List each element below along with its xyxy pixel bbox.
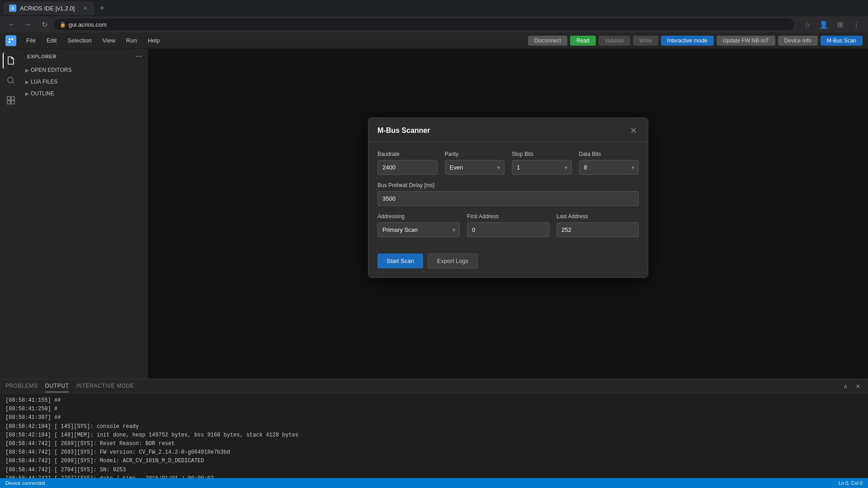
tab-problems[interactable]: PROBLEMS xyxy=(5,380,38,392)
main-content: Explorer ··· ▶ OPEN EDITORS ▶ LUA FILES … xyxy=(0,49,868,379)
status-left: Device connected xyxy=(5,480,45,486)
menu-run[interactable]: Run xyxy=(122,35,142,46)
outline-section[interactable]: ▶ OUTLINE xyxy=(22,89,148,99)
addressing-group: Addressing Primary Scan Secondary Scan xyxy=(377,213,460,237)
open-editors-section[interactable]: ▶ OPEN EDITORS xyxy=(22,65,148,75)
sidebar-icon-extensions[interactable] xyxy=(3,92,19,108)
modal-footer: Start Scan Export Logs xyxy=(368,253,648,277)
baudrate-input[interactable] xyxy=(377,160,438,175)
output-panel-content: [08:58:41:155] ## [08:58:41:250] # [08:5… xyxy=(0,394,868,478)
bus-preheat-group: Bus Preheat Delay [ms] xyxy=(377,182,639,206)
modal-close-button[interactable]: ✕ xyxy=(628,125,639,136)
interactive-mode-button[interactable]: Interactive mode xyxy=(661,36,714,46)
lua-files-section[interactable]: ▶ LUA FILES xyxy=(22,77,148,87)
read-button[interactable]: Read xyxy=(570,36,596,46)
menu-file[interactable]: File xyxy=(22,35,40,46)
explorer-panel: Explorer ··· ▶ OPEN EDITORS ▶ LUA FILES … xyxy=(22,49,148,379)
svg-point-1 xyxy=(8,77,13,83)
device-status: Device connected xyxy=(5,480,45,486)
new-tab-button[interactable]: + xyxy=(96,2,108,14)
bus-preheat-input[interactable] xyxy=(377,191,639,206)
menu-edit[interactable]: Edit xyxy=(42,35,61,46)
first-address-input[interactable] xyxy=(467,222,549,237)
back-button[interactable]: ← xyxy=(5,18,18,31)
svg-rect-3 xyxy=(11,97,14,100)
addressing-select-wrapper: Primary Scan Secondary Scan xyxy=(377,222,460,237)
modal-header: M-Bus Scanner ✕ xyxy=(368,118,648,142)
menu-button[interactable]: ⋮ xyxy=(850,18,863,31)
form-row-3: Addressing Primary Scan Secondary Scan F… xyxy=(377,213,639,237)
log-line: [08:58:41:155] ## xyxy=(5,396,863,405)
reload-button[interactable]: ↻ xyxy=(38,18,51,31)
write-button[interactable]: Write xyxy=(633,36,658,46)
profile-button[interactable]: 👤 xyxy=(817,18,830,31)
data-bits-select[interactable]: 8 7 xyxy=(579,160,639,175)
explorer-menu-button[interactable]: ··· xyxy=(136,52,142,61)
status-right: Ln 0, Col 0 xyxy=(839,480,863,486)
update-fw-button[interactable]: Update FW NB-IoT xyxy=(717,36,775,46)
tab-output[interactable]: OUTPUT xyxy=(45,380,69,392)
last-address-group: Last Address xyxy=(557,213,639,237)
forward-button[interactable]: → xyxy=(22,18,34,31)
data-bits-label: Data Bits xyxy=(579,151,639,157)
tab-close-button[interactable]: ✕ xyxy=(81,5,89,12)
chevron-icon-lua: ▶ xyxy=(25,80,29,84)
start-scan-button[interactable]: Start Scan xyxy=(377,253,423,268)
menu-help[interactable]: Help xyxy=(143,35,165,46)
stop-bits-select[interactable]: 1 2 xyxy=(512,160,572,175)
bottom-panel: PROBLEMS OUTPUT INTERACTIVE MODE ∧ ✕ [08… xyxy=(0,379,868,478)
stop-bits-label: Stop Bits xyxy=(512,151,572,157)
address-bar[interactable]: 🔒 gui.acrios.com xyxy=(54,19,794,30)
bookmark-button[interactable]: ☆ xyxy=(801,18,814,31)
nav-actions: ☆ 👤 ⊞ ⋮ xyxy=(801,18,863,31)
menu-left: File Edit Selection View Run Help xyxy=(5,35,164,46)
stop-bits-group: Stop Bits 1 2 xyxy=(512,151,572,175)
last-address-label: Last Address xyxy=(557,213,639,220)
last-address-input[interactable] xyxy=(557,222,639,237)
log-line: [08:58:41:307] ## xyxy=(5,413,863,422)
form-row-2: Bus Preheat Delay [ms] xyxy=(377,182,639,206)
browser-chrome: A ACRIOS IDE [v1.2.0] ✕ + ← → ↻ 🔒 gui.ac… xyxy=(0,0,868,33)
parity-select[interactable]: Even Odd None xyxy=(445,160,505,175)
browser-tab-bar: A ACRIOS IDE [v1.2.0] ✕ + xyxy=(0,0,868,16)
log-line: [08:58:44:742] [ 2704][SYS]: SN: 9253 xyxy=(5,466,863,474)
tab-favicon: A xyxy=(9,5,16,12)
disconnect-button[interactable]: Disconnect xyxy=(528,36,567,46)
first-address-group: First Address xyxy=(467,213,549,237)
data-bits-group: Data Bits 8 7 xyxy=(579,151,639,175)
cursor-position: Ln 0, Col 0 xyxy=(839,480,863,486)
parity-group: Parity Even Odd None xyxy=(445,151,505,175)
menu-view[interactable]: View xyxy=(98,35,120,46)
stop-bits-select-wrapper: 1 2 xyxy=(512,160,572,175)
explorer-section-outline: ▶ OUTLINE xyxy=(22,88,148,99)
toolbar-buttons: Disconnect Read Validate Write Interacti… xyxy=(528,36,863,46)
panel-close-button[interactable]: ✕ xyxy=(854,382,863,391)
device-info-button[interactable]: Device Info xyxy=(778,36,818,46)
tab-interactive-mode[interactable]: INTERACTIVE MODE xyxy=(76,380,134,392)
parity-select-wrapper: Even Odd None xyxy=(445,160,505,175)
log-line: [08:58:44:742] [ 2693][SYS]: FW version:… xyxy=(5,448,863,457)
log-line: [08:58:42:194] [ 148][MEM]: init done, h… xyxy=(5,431,863,440)
panel-tab-bar: PROBLEMS OUTPUT INTERACTIVE MODE ∧ ✕ xyxy=(0,379,868,394)
menu-selection[interactable]: Selection xyxy=(63,35,96,46)
extensions-button[interactable]: ⊞ xyxy=(834,18,846,31)
parity-label: Parity xyxy=(445,151,505,157)
panel-collapse-button[interactable]: ∧ xyxy=(841,382,850,391)
svg-rect-2 xyxy=(7,97,10,100)
active-tab[interactable]: A ACRIOS IDE [v1.2.0] ✕ xyxy=(4,1,94,15)
explorer-section-open-editors: ▶ OPEN EDITORS xyxy=(22,64,148,76)
panel-actions: ∧ ✕ xyxy=(841,382,863,391)
log-line: [08:58:44:742] [ 2699][SYS]: Model: ACR_… xyxy=(5,457,863,465)
mbus-scan-button[interactable]: M-Bus Scan xyxy=(821,36,863,46)
validate-button[interactable]: Validate xyxy=(599,36,630,46)
chevron-icon: ▶ xyxy=(25,68,29,73)
sidebar-icon-search[interactable] xyxy=(3,72,19,89)
app-container: File Edit Selection View Run Help Discon… xyxy=(0,33,868,488)
export-logs-button[interactable]: Export Logs xyxy=(428,253,478,268)
baudrate-group: Baudrate xyxy=(377,151,438,175)
addressing-select[interactable]: Primary Scan Secondary Scan xyxy=(377,222,460,237)
explorer-section-lua-files: ▶ LUA FILES xyxy=(22,76,148,88)
editor-area: M-Bus Scanner ✕ Baudrate Parity xyxy=(148,49,868,379)
sidebar-icon-files[interactable] xyxy=(3,52,19,69)
baudrate-label: Baudrate xyxy=(377,151,438,157)
